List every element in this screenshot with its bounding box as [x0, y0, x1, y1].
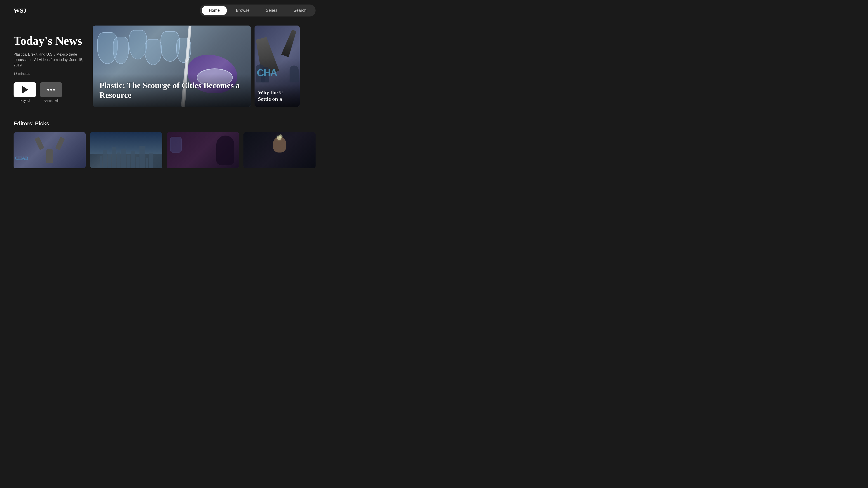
hero-duration: 18 minutes — [13, 72, 86, 75]
hero-main-overlay: Plastic: The Scourge of Cities Becomes a… — [93, 74, 251, 107]
header: WSJ Home Browse Series Search — [0, 0, 329, 21]
cha-text-decoration: CHA — [257, 67, 277, 78]
play-triangle-icon — [22, 86, 28, 93]
hero-section: Today's News Plastics, Brexit, and U.S. … — [0, 21, 329, 116]
editors-picks-cards: CHAB — [13, 132, 315, 168]
nav-item-search[interactable]: Search — [286, 6, 314, 15]
hero-side-title: Why the U Settle on a — [258, 89, 296, 102]
play-all-label: Play All — [20, 99, 30, 103]
editors-pick-card-3[interactable] — [167, 132, 239, 168]
nav-item-home[interactable]: Home — [202, 6, 227, 15]
editors-pick-card-1[interactable]: CHAB — [13, 132, 86, 168]
browse-all-label: Browse All — [43, 99, 58, 103]
hero-main-card[interactable]: Plastic: The Scourge of Cities Becomes a… — [93, 26, 251, 107]
dot-icon-1 — [47, 89, 49, 91]
figure-raised-arm-icon — [280, 29, 300, 58]
skyline-decoration — [90, 143, 162, 168]
browse-all-button[interactable]: Browse All — [40, 82, 62, 103]
cha-card-1-text: CHAB — [15, 155, 28, 161]
dot-icon-2 — [50, 89, 52, 91]
hero-side-overlay: Why the U Settle on a — [254, 85, 300, 107]
dot-icon-3 — [53, 89, 55, 91]
hero-description: Plastics, Brexit, and U.S. / Mexico trad… — [13, 52, 86, 68]
editors-pick-card-4[interactable] — [243, 132, 315, 168]
hero-info: Today's News Plastics, Brexit, and U.S. … — [13, 26, 86, 107]
hero-main-title: Plastic: The Scourge of Cities Becomes a… — [99, 80, 244, 100]
nav-item-series[interactable]: Series — [258, 6, 285, 15]
editors-picks-title: Editors' Picks — [13, 121, 315, 127]
hero-title: Today's News — [13, 34, 86, 47]
play-all-button[interactable]: Play All — [13, 82, 36, 103]
editors-pick-card-2[interactable] — [90, 132, 162, 168]
play-all-button-icon — [13, 82, 36, 97]
main-nav: Home Browse Series Search — [200, 4, 315, 17]
hero-side-card[interactable]: CHA Why the U Settle on a — [254, 26, 300, 107]
wsj-logo: WSJ — [13, 7, 27, 14]
editors-picks-section: Editors' Picks CHAB — [0, 116, 329, 175]
hero-carousel: Plastic: The Scourge of Cities Becomes a… — [93, 26, 315, 107]
hero-buttons: Play All Browse All — [13, 82, 86, 103]
nav-item-browse[interactable]: Browse — [229, 6, 257, 15]
browse-all-button-icon — [40, 82, 62, 97]
